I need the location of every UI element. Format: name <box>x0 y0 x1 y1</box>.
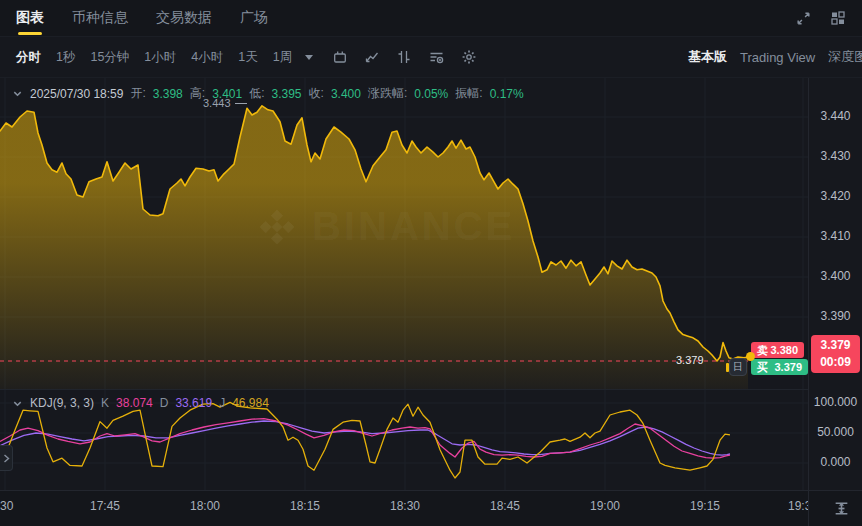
order-record-icon[interactable]: 日 <box>729 358 747 376</box>
price-axis[interactable]: 3.379 00:09 3.4403.4303.4203.4103.4003.3… <box>808 78 862 490</box>
ohlc-field-value-4: 3.400 <box>331 87 361 101</box>
chart-toolbar: 分时1秒15分钟1小时4小时1天1周 <box>0 37 862 78</box>
binance-chart-app: 图表币种信息交易数据广场 分时1秒15分钟1小时4小时1天1周 <box>0 0 862 526</box>
kdj-j-label: J <box>219 396 225 410</box>
chevron-right-icon <box>3 454 10 463</box>
ohlc-datetime: 2025/07/30 18:59 <box>30 87 123 101</box>
time-label-3: 18:00 <box>190 499 220 513</box>
axis-separator <box>808 491 809 526</box>
current-price-dot <box>746 352 755 361</box>
ohlc-field-label-4: 收: <box>309 85 324 102</box>
nav-tab-3[interactable]: 交易数据 <box>156 0 212 36</box>
sell-price: 3.380 <box>770 344 798 356</box>
panel-expander-button[interactable] <box>0 445 13 471</box>
price-axis-label-4: 3.410 <box>809 229 862 243</box>
fullscreen-expand-icon[interactable] <box>795 10 812 27</box>
interval-4[interactable]: 1小时 <box>144 49 176 66</box>
ohlc-field-label-1: 开: <box>130 85 145 102</box>
interval-5[interactable]: 4小时 <box>191 49 223 66</box>
time-label-6: 18:45 <box>490 499 520 513</box>
max-price-marker: 3.443 <box>203 97 247 109</box>
time-label-2: 17:45 <box>90 499 120 513</box>
max-price-value: 3.443 <box>203 97 231 109</box>
price-axis-label-6: 3.390 <box>809 309 862 323</box>
price-axis-label-5: 3.400 <box>809 269 862 283</box>
kdj-title: KDJ(9, 3, 3) <box>30 396 94 410</box>
time-label-7: 19:00 <box>590 499 620 513</box>
interval-7[interactable]: 1周 <box>273 49 292 66</box>
chevron-down-icon <box>305 55 313 60</box>
price-axis-label-3: 3.420 <box>809 189 862 203</box>
nav-tab-4[interactable]: 广场 <box>240 0 268 36</box>
scale-settings-icon[interactable] <box>833 500 850 517</box>
price-axis-label-1: 3.440 <box>809 109 862 123</box>
kdj-k-value: 38.074 <box>116 396 153 410</box>
more-intervals-button[interactable] <box>305 55 313 60</box>
chart-view-switch: 基本版Trading View深度图 <box>688 37 862 77</box>
sell-price-tag[interactable]: 卖 3.380 <box>751 342 804 358</box>
view-2[interactable]: Trading View <box>740 50 815 65</box>
time-label-1: :30 <box>0 499 13 513</box>
interval-selector: 分时1秒15分钟1小时4小时1天1周 <box>16 49 292 66</box>
candlestick-style-icon[interactable] <box>332 49 348 65</box>
price-area-chart[interactable] <box>0 78 808 390</box>
view-3[interactable]: 深度图 <box>828 48 862 66</box>
settings-gear-icon[interactable] <box>461 49 477 65</box>
line-chart-icon[interactable] <box>364 49 380 65</box>
buy-price-tag[interactable]: 买 3.379 <box>751 359 808 375</box>
kdj-axis-label-1: 100.000 <box>809 395 862 409</box>
time-label-5: 18:30 <box>390 499 420 513</box>
ohlc-field-value-6: 0.17% <box>490 87 524 101</box>
nav-tab-2[interactable]: 币种信息 <box>72 0 128 36</box>
top-navbar: 图表币种信息交易数据广场 <box>0 0 862 37</box>
compare-candles-icon[interactable] <box>396 49 412 65</box>
interval-2[interactable]: 1秒 <box>56 49 75 66</box>
ohlc-field-label-3: 低: <box>249 85 264 102</box>
kdj-axis-label-2: 50.000 <box>809 425 862 439</box>
buy-price: 3.379 <box>774 361 802 373</box>
collapse-chevron-icon[interactable] <box>12 88 23 99</box>
chart-area: BINANCE 2025/07/30 18:59 开:3.398高:3.401低… <box>0 78 862 490</box>
time-label-4: 18:15 <box>290 499 320 513</box>
time-labels: :3017:4518:0018:1518:3018:4519:0019:1519… <box>0 491 808 526</box>
max-price-dash <box>235 103 247 104</box>
kdj-d-value: 33.619 <box>175 396 212 410</box>
time-label-8: 19:15 <box>690 499 720 513</box>
price-axis-label-2: 3.430 <box>809 149 862 163</box>
last-price-axis-badge[interactable]: 3.379 00:09 <box>811 335 860 373</box>
kdj-j-value: 46.984 <box>232 396 269 410</box>
time-axis-bar[interactable]: :3017:4518:0018:1518:3018:4519:0019:1519… <box>0 490 862 526</box>
time-label-9: 19:30 <box>788 499 808 513</box>
interval-1[interactable]: 分时 <box>16 49 41 66</box>
kdj-collapse-chevron-icon[interactable] <box>12 398 23 409</box>
ohlc-field-value-1: 3.398 <box>153 87 183 101</box>
order-icon-glyph: 日 <box>733 360 743 374</box>
view-1[interactable]: 基本版 <box>688 48 727 66</box>
navbar-icons <box>795 10 846 27</box>
ohlc-field-label-6: 振幅: <box>455 85 482 102</box>
kdj-d-label: D <box>160 396 169 410</box>
chart-tool-icons <box>332 49 477 65</box>
ohlc-field-value-3: 3.395 <box>272 87 302 101</box>
kdj-info-bar: KDJ(9, 3, 3) K 38.074 D 33.619 J 46.984 <box>12 396 269 410</box>
kdj-k-label: K <box>101 396 109 410</box>
ohlc-info-bar: 2025/07/30 18:59 开:3.398高:3.401低:3.395收:… <box>12 85 524 102</box>
pane-divider <box>0 389 808 390</box>
ohlc-field-label-5: 涨跌幅: <box>368 85 407 102</box>
interval-3[interactable]: 15分钟 <box>90 49 129 66</box>
interval-6[interactable]: 1天 <box>238 49 257 66</box>
buy-label: 买 <box>757 360 768 375</box>
indicators-list-icon[interactable] <box>428 49 445 65</box>
sell-label: 卖 <box>757 343 768 358</box>
badge-price: 3.379 <box>811 337 860 354</box>
badge-countdown: 00:09 <box>811 354 860 371</box>
nav-tab-1[interactable]: 图表 <box>16 0 44 36</box>
kdj-axis-label-3: 0.000 <box>809 455 862 469</box>
nav-tabs: 图表币种信息交易数据广场 <box>16 0 268 36</box>
ohlc-field-value-5: 0.05% <box>414 87 448 101</box>
last-price-label: 3.379 <box>676 354 704 366</box>
layout-grid-icon[interactable] <box>830 10 846 26</box>
